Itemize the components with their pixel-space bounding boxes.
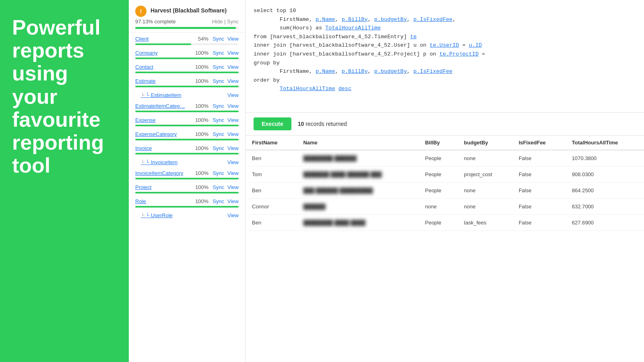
table-pct: 100% xyxy=(195,184,208,190)
col-header-isfixedfee: IsFixedFee xyxy=(512,136,566,150)
table-row: Project100%Sync View xyxy=(129,181,245,195)
row-progress-bar xyxy=(135,86,239,87)
action-sync-link[interactable]: Sync xyxy=(213,103,224,109)
table-name[interactable]: └ InvoiceItem xyxy=(135,159,178,165)
row-progress-bar xyxy=(135,72,239,73)
table-row: └ UserRoleView xyxy=(129,209,245,220)
table-actions: 100%Sync View xyxy=(195,117,239,123)
table-name[interactable]: Client xyxy=(135,36,149,42)
table-name[interactable]: InvoiceItemCategory xyxy=(135,170,183,176)
table-actions: 54%Sync View xyxy=(198,36,239,42)
results-area: FirstNameNameBillBybudgetByIsFixedFeeTot… xyxy=(246,136,644,362)
left-panel: Powerful reports using your favourite re… xyxy=(0,0,129,362)
table-pct: 100% xyxy=(195,198,208,204)
table-name[interactable]: Project xyxy=(135,184,151,190)
action-sync-link[interactable]: Sync xyxy=(213,131,224,137)
action-sync-link[interactable]: Sync xyxy=(213,78,224,84)
action-view-link[interactable]: View xyxy=(227,184,239,190)
action-view-link[interactable]: View xyxy=(227,212,239,218)
row-progress-fill xyxy=(135,206,239,208)
sync-link[interactable]: Sync xyxy=(227,19,239,25)
table-name[interactable]: Role xyxy=(135,198,146,204)
result-cell: none xyxy=(419,199,458,215)
table-actions: View xyxy=(227,212,239,218)
sync-header: ! Harvest (Blackball Software) 97.13% co… xyxy=(129,0,245,33)
table-name[interactable]: Estimate xyxy=(135,78,156,84)
action-view-link[interactable]: View xyxy=(227,36,239,42)
col-header-budgetby: budgetBy xyxy=(458,136,512,150)
table-row: InvoiceItemCategory100%Sync View xyxy=(129,167,245,181)
result-cell: False xyxy=(512,150,566,167)
action-sync-link[interactable]: Sync xyxy=(213,50,224,56)
table-pct: 100% xyxy=(195,145,208,151)
action-view-link[interactable]: View xyxy=(227,159,239,165)
action-sync-link[interactable]: Sync xyxy=(213,117,224,123)
action-view-link[interactable]: View xyxy=(227,103,239,109)
row-progress-bar xyxy=(135,192,239,193)
table-name[interactable]: ExpenseCategory xyxy=(135,131,177,137)
table-row: Ben███ ██████ █████████PeoplenoneFalse86… xyxy=(246,183,644,199)
result-cell: 632.7000 xyxy=(566,199,644,215)
action-view-link[interactable]: View xyxy=(227,117,239,123)
row-progress-fill xyxy=(135,86,239,87)
result-cell: task_fees xyxy=(458,215,512,231)
action-view-link[interactable]: View xyxy=(227,145,239,151)
table-name[interactable]: Company xyxy=(135,50,158,56)
action-sync-link[interactable]: Sync xyxy=(213,184,224,190)
table-actions: View xyxy=(227,92,239,98)
table-row: Role100%Sync View xyxy=(129,195,245,209)
action-view-link[interactable]: View xyxy=(227,78,239,84)
result-cell: 627.6900 xyxy=(566,215,644,231)
action-view-link[interactable]: View xyxy=(227,131,239,137)
result-cell: none xyxy=(458,150,512,167)
hide-link[interactable]: Hide xyxy=(212,19,223,25)
table-name[interactable]: └ UserRole xyxy=(135,212,173,218)
table-name[interactable]: Expense xyxy=(135,117,156,123)
row-progress-fill xyxy=(135,72,239,73)
action-view-link[interactable]: View xyxy=(227,170,239,176)
execute-bar: Execute 10 records returned xyxy=(246,113,644,136)
table-name[interactable]: └ EstimateItem xyxy=(135,92,182,98)
table-pct: 100% xyxy=(195,64,208,70)
row-progress-bar xyxy=(135,43,239,45)
action-view-link[interactable]: View xyxy=(227,92,239,98)
table-name[interactable]: Invoice xyxy=(135,145,152,151)
table-row: Connor██████nonenoneFalse632.7000 xyxy=(246,199,644,215)
action-view-link[interactable]: View xyxy=(227,64,239,70)
result-cell: 1070.3800 xyxy=(566,150,644,167)
results-header-row: FirstNameNameBillBybudgetByIsFixedFeeTot… xyxy=(246,136,644,150)
sql-editor[interactable]: select top 10 FirstName, p.Name, p.BillB… xyxy=(246,0,644,113)
row-progress-fill xyxy=(135,58,239,59)
row-progress-bar xyxy=(135,58,239,59)
records-count: 10 xyxy=(298,121,304,127)
sync-header-links[interactable]: Hide | Sync xyxy=(212,19,239,25)
row-progress-bar xyxy=(135,111,239,112)
alert-icon: ! xyxy=(135,6,147,17)
execute-button[interactable]: Execute xyxy=(254,117,291,130)
row-progress-fill xyxy=(135,43,191,45)
result-cell: Ben xyxy=(246,215,297,231)
action-sync-link[interactable]: Sync xyxy=(213,198,224,204)
table-row: ExpenseCategory100%Sync View xyxy=(129,128,245,142)
result-cell: People xyxy=(419,215,458,231)
table-pct: 100% xyxy=(195,50,208,56)
table-row: Contact100%Sync View xyxy=(129,61,245,75)
result-cell: False xyxy=(512,183,566,199)
result-cell: none xyxy=(458,183,512,199)
table-actions: 100%Sync View xyxy=(195,103,239,109)
action-sync-link[interactable]: Sync xyxy=(213,170,224,176)
result-cell: ███████ ████ ██████ ███ xyxy=(297,167,419,183)
sync-header-title: Harvest (Blackball Software) xyxy=(151,7,227,14)
action-view-link[interactable]: View xyxy=(227,50,239,56)
table-name[interactable]: EstimateItemCateg… xyxy=(135,103,185,109)
result-cell: Ben xyxy=(246,150,297,167)
row-progress-bar xyxy=(135,125,239,126)
action-sync-link[interactable]: Sync xyxy=(213,36,224,42)
action-sync-link[interactable]: Sync xyxy=(213,145,224,151)
result-cell: People xyxy=(419,167,458,183)
table-name[interactable]: Contact xyxy=(135,64,153,70)
table-actions: View xyxy=(227,159,239,165)
action-view-link[interactable]: View xyxy=(227,198,239,204)
table-row: Ben████████ ██████PeoplenoneFalse1070.38… xyxy=(246,150,644,167)
action-sync-link[interactable]: Sync xyxy=(213,64,224,70)
